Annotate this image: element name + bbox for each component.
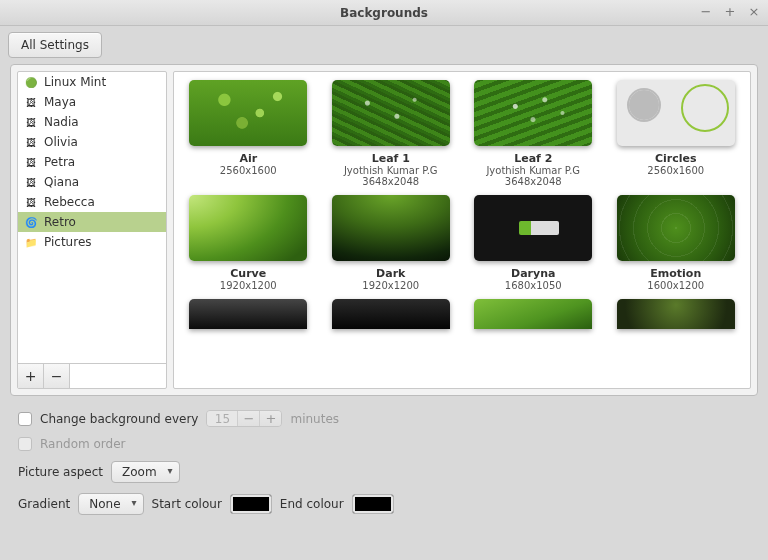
sidebar-item-label: Rebecca — [44, 195, 95, 209]
minimize-icon[interactable]: − — [698, 4, 714, 20]
start-colour-button[interactable] — [230, 494, 272, 514]
wallpaper-thumbnail — [189, 195, 307, 261]
wallpaper-resolution: 2560x1600 — [647, 165, 704, 176]
sidebar-item-petra[interactable]: 🖼Petra — [18, 152, 166, 172]
wallpaper-name: Curve — [230, 267, 266, 280]
wallpaper-item[interactable]: Dark 1920x1200 — [325, 195, 458, 291]
folder-icon: 🖼 — [24, 95, 38, 109]
window-title: Backgrounds — [340, 6, 428, 20]
sidebar-item-label: Nadia — [44, 115, 79, 129]
random-order-row: Random order — [18, 437, 750, 451]
wallpaper-scroll[interactable]: Air 2560x1600 Leaf 1 Jyothish Kumar P.G … — [173, 71, 751, 389]
wallpaper-author: Jyothish Kumar P.G — [486, 165, 580, 176]
change-every-label: Change background every — [40, 412, 198, 426]
all-settings-button[interactable]: All Settings — [8, 32, 102, 58]
sidebar-item-olivia[interactable]: 🖼Olivia — [18, 132, 166, 152]
sidebar-item-label: Maya — [44, 95, 76, 109]
wallpaper-thumbnail — [617, 80, 735, 146]
settings-panel: Change background every − + minutes Rand… — [0, 404, 768, 525]
remove-source-button[interactable]: − — [44, 364, 70, 388]
gradient-value: None — [89, 497, 120, 511]
wallpaper-thumbnail — [474, 195, 592, 261]
wallpaper-thumbnail — [332, 80, 450, 146]
change-every-unit: minutes — [290, 412, 339, 426]
sidebar-item-label: Petra — [44, 155, 75, 169]
sidebar-item-label: Pictures — [44, 235, 92, 249]
wallpaper-item[interactable] — [182, 299, 315, 329]
picture-aspect-select[interactable]: Zoom — [111, 461, 180, 483]
mint-icon: 🟢 — [24, 75, 38, 89]
wallpaper-item[interactable]: Emotion 1600x1200 — [610, 195, 743, 291]
retro-icon: 🌀 — [24, 215, 38, 229]
wallpaper-name: Leaf 1 — [372, 152, 410, 165]
wallpaper-thumbnail — [189, 299, 307, 329]
wallpaper-panel: Air 2560x1600 Leaf 1 Jyothish Kumar P.G … — [173, 71, 751, 389]
start-colour-label: Start colour — [152, 497, 222, 511]
change-every-checkbox[interactable] — [18, 412, 32, 426]
change-every-spinner: − + — [206, 410, 282, 427]
wallpaper-name: Air — [239, 152, 257, 165]
wallpaper-name: Circles — [655, 152, 697, 165]
window-controls: − + × — [698, 4, 762, 20]
pictures-folder-icon: 📁 — [24, 235, 38, 249]
sidebar-item-label: Qiana — [44, 175, 79, 189]
end-colour-label: End colour — [280, 497, 344, 511]
random-order-label: Random order — [40, 437, 126, 451]
sidebar-item-linux-mint[interactable]: 🟢Linux Mint — [18, 72, 166, 92]
picture-aspect-label: Picture aspect — [18, 465, 103, 479]
wallpaper-item[interactable]: Curve 1920x1200 — [182, 195, 315, 291]
wallpaper-author: Jyothish Kumar P.G — [344, 165, 438, 176]
close-icon[interactable]: × — [746, 4, 762, 20]
wallpaper-item[interactable] — [325, 299, 458, 329]
picture-aspect-row: Picture aspect Zoom — [18, 461, 750, 483]
wallpaper-resolution: 1680x1050 — [505, 280, 562, 291]
wallpaper-grid: Air 2560x1600 Leaf 1 Jyothish Kumar P.G … — [182, 80, 742, 329]
wallpaper-thumbnail — [189, 80, 307, 146]
wallpaper-item[interactable]: Air 2560x1600 — [182, 80, 315, 187]
wallpaper-name: Leaf 2 — [514, 152, 552, 165]
gradient-label: Gradient — [18, 497, 70, 511]
wallpaper-thumbnail — [332, 299, 450, 329]
wallpaper-item[interactable]: Leaf 1 Jyothish Kumar P.G 3648x2048 — [325, 80, 458, 187]
wallpaper-name: Emotion — [650, 267, 701, 280]
wallpaper-thumbnail — [474, 299, 592, 329]
sidebar-item-pictures[interactable]: 📁Pictures — [18, 232, 166, 252]
wallpaper-resolution: 2560x1600 — [220, 165, 277, 176]
wallpaper-resolution: 3648x2048 — [362, 176, 419, 187]
end-colour-button[interactable] — [352, 494, 394, 514]
spinner-plus-button[interactable]: + — [259, 411, 281, 426]
maximize-icon[interactable]: + — [722, 4, 738, 20]
random-order-checkbox — [18, 437, 32, 451]
wallpaper-resolution: 3648x2048 — [505, 176, 562, 187]
wallpaper-thumbnail — [617, 195, 735, 261]
sidebar-item-qiana[interactable]: 🖼Qiana — [18, 172, 166, 192]
spinner-minus-button[interactable]: − — [237, 411, 259, 426]
wallpaper-name: Dark — [376, 267, 405, 280]
folder-icon: 🖼 — [24, 175, 38, 189]
wallpaper-item[interactable]: Leaf 2 Jyothish Kumar P.G 3648x2048 — [467, 80, 600, 187]
wallpaper-item[interactable] — [467, 299, 600, 329]
change-every-input[interactable] — [207, 411, 237, 426]
folder-icon: 🖼 — [24, 195, 38, 209]
gradient-select[interactable]: None — [78, 493, 143, 515]
wallpaper-item[interactable]: Daryna 1680x1050 — [467, 195, 600, 291]
window: Backgrounds − + × All Settings 🟢Linux Mi… — [0, 0, 768, 560]
wallpaper-resolution: 1920x1200 — [220, 280, 277, 291]
wallpaper-item[interactable] — [610, 299, 743, 329]
add-source-button[interactable]: + — [18, 364, 44, 388]
wallpaper-item[interactable]: Circles 2560x1600 — [610, 80, 743, 187]
wallpaper-resolution: 1600x1200 — [647, 280, 704, 291]
sidebar-item-retro[interactable]: 🌀Retro — [18, 212, 166, 232]
titlebar: Backgrounds − + × — [0, 0, 768, 26]
sidebar-item-label: Retro — [44, 215, 76, 229]
folder-icon: 🖼 — [24, 135, 38, 149]
source-list: 🟢Linux Mint 🖼Maya 🖼Nadia 🖼Olivia 🖼Petra … — [18, 72, 166, 363]
gradient-row: Gradient None Start colour End colour — [18, 493, 750, 515]
folder-icon: 🖼 — [24, 115, 38, 129]
sidebar-item-label: Olivia — [44, 135, 78, 149]
folder-icon: 🖼 — [24, 155, 38, 169]
sidebar-item-maya[interactable]: 🖼Maya — [18, 92, 166, 112]
source-sidebar: 🟢Linux Mint 🖼Maya 🖼Nadia 🖼Olivia 🖼Petra … — [17, 71, 167, 389]
sidebar-item-rebecca[interactable]: 🖼Rebecca — [18, 192, 166, 212]
sidebar-item-nadia[interactable]: 🖼Nadia — [18, 112, 166, 132]
